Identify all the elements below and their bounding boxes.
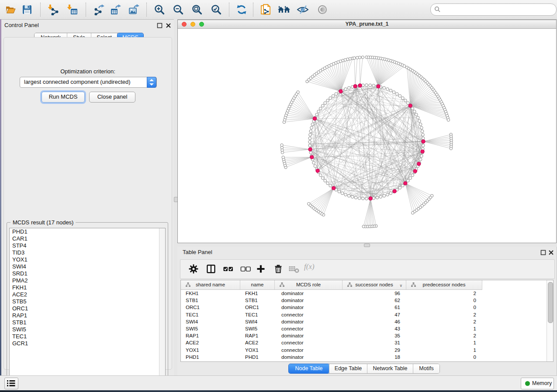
ring-node[interactable] <box>362 197 365 200</box>
ring-node[interactable] <box>309 151 312 154</box>
mcds-result-item[interactable]: FKH1 <box>10 284 165 291</box>
float-panel-icon[interactable] <box>157 22 163 28</box>
import-table-icon[interactable] <box>67 4 78 15</box>
ring-node[interactable] <box>315 113 318 116</box>
mcds-hub-node[interactable] <box>308 148 312 151</box>
mcds-result-item[interactable]: TID3 <box>10 249 165 256</box>
leaf-node[interactable] <box>412 212 414 214</box>
column-header-predecessor-nodes[interactable]: predecessor nodes <box>406 280 482 289</box>
table-settings-gear-icon[interactable] <box>188 264 199 274</box>
run-mcds-button[interactable]: Run MCDS <box>42 92 85 103</box>
show-columns-icon[interactable] <box>206 264 216 274</box>
ring-node[interactable] <box>411 174 414 177</box>
ring-node[interactable] <box>404 99 407 102</box>
leaf-node[interactable] <box>353 57 356 59</box>
ring-node[interactable] <box>369 84 372 87</box>
mcds-result-item[interactable]: GCR1 <box>10 340 165 347</box>
ring-node[interactable] <box>314 165 317 168</box>
ring-node[interactable] <box>407 102 410 105</box>
ring-node[interactable] <box>389 89 392 92</box>
ring-node[interactable] <box>409 177 412 180</box>
table-row[interactable]: RAP1RAP1dominator352 <box>181 332 548 339</box>
table-scrollbar[interactable] <box>547 280 553 361</box>
ring-node[interactable] <box>411 107 414 110</box>
close-panel-icon[interactable] <box>166 22 171 28</box>
mcds-result-item[interactable]: SWI4 <box>10 263 165 270</box>
ring-node[interactable] <box>354 196 357 199</box>
select-all-rows-icon[interactable] <box>223 264 233 274</box>
vertical-splitter[interactable] <box>174 19 177 375</box>
float-table-panel-icon[interactable] <box>540 249 546 255</box>
tab-network-table[interactable]: Network Table <box>367 364 413 373</box>
ring-node[interactable] <box>348 194 351 197</box>
mcds-hub-node[interactable] <box>353 85 357 88</box>
ring-node[interactable] <box>389 192 392 195</box>
ring-node[interactable] <box>422 133 425 136</box>
leaf-node[interactable] <box>297 91 299 93</box>
save-session-icon[interactable] <box>21 4 33 15</box>
mcds-hub-node[interactable] <box>417 162 421 165</box>
import-network-icon[interactable] <box>48 4 59 15</box>
ring-node[interactable] <box>386 88 389 91</box>
export-image-icon[interactable] <box>128 4 140 15</box>
mcds-result-item[interactable]: YOX1 <box>10 256 165 263</box>
mcds-result-item[interactable]: PHD1 <box>10 228 165 235</box>
ring-node[interactable] <box>326 182 329 185</box>
table-row[interactable]: ACE2ACE2connector311 <box>181 339 548 346</box>
ring-node[interactable] <box>413 110 416 113</box>
mcds-result-item[interactable]: RAP1 <box>10 312 165 319</box>
ring-node[interactable] <box>308 144 311 147</box>
mcds-hub-node[interactable] <box>313 117 316 120</box>
mcds-hub-node[interactable] <box>316 169 319 172</box>
search-input[interactable] <box>442 4 553 15</box>
export-table-icon[interactable] <box>110 4 121 15</box>
apply-layout-icon[interactable] <box>236 4 247 15</box>
table-row[interactable]: FKH1FKH1dominator962 <box>181 290 548 297</box>
ring-node[interactable] <box>329 184 332 187</box>
column-header-shared-name[interactable]: shared name <box>181 280 240 289</box>
table-row[interactable]: SWI4SWI4dominator462 <box>181 318 548 325</box>
ring-node[interactable] <box>329 97 332 100</box>
mcds-result-item[interactable]: ACE2 <box>10 291 165 298</box>
task-history-button[interactable] <box>4 378 18 389</box>
ring-node[interactable] <box>376 196 379 199</box>
mcds-hub-node[interactable] <box>422 140 425 143</box>
tab-motifs[interactable]: Motifs <box>413 364 439 373</box>
ring-node[interactable] <box>365 197 368 200</box>
ring-node[interactable] <box>383 86 386 89</box>
mcds-hub-node[interactable] <box>358 84 362 87</box>
horizontal-splitter[interactable] <box>177 243 557 247</box>
ring-node[interactable] <box>348 86 351 89</box>
ring-node[interactable] <box>309 130 312 133</box>
ring-node[interactable] <box>422 137 425 140</box>
deselect-all-rows-icon[interactable] <box>240 264 251 274</box>
mcds-hub-node[interactable] <box>393 189 396 193</box>
leaf-node[interactable] <box>308 203 310 205</box>
ring-node[interactable] <box>335 93 338 96</box>
node-attribute-table[interactable]: shared namenameMCDS rolesuccessor nodes∨… <box>180 280 554 362</box>
leaf-node[interactable] <box>280 144 283 146</box>
table-row[interactable]: SWI5SWI5connector431 <box>181 325 548 332</box>
ring-node[interactable] <box>319 174 322 177</box>
ring-node[interactable] <box>308 141 311 144</box>
leaf-node[interactable] <box>282 156 284 158</box>
ring-node[interactable] <box>322 177 325 180</box>
network-graph[interactable] <box>178 29 556 243</box>
leaf-node[interactable] <box>450 147 452 150</box>
table-row[interactable]: ORC1ORC1dominator610 <box>181 304 548 311</box>
ring-node[interactable] <box>351 196 354 199</box>
mcds-hub-node[interactable] <box>310 155 314 159</box>
ring-node[interactable] <box>398 186 401 189</box>
ring-node[interactable] <box>372 84 375 87</box>
ring-node[interactable] <box>419 123 422 126</box>
ring-node[interactable] <box>322 104 325 107</box>
table-row[interactable]: PHD1PHD1dominator180 <box>181 354 548 361</box>
table-row[interactable]: TEC1TEC1connector472 <box>181 311 548 318</box>
ring-node[interactable] <box>341 192 344 195</box>
leaf-node[interactable] <box>358 56 361 58</box>
mcds-hub-node[interactable] <box>339 89 343 93</box>
mcds-result-item[interactable]: STB1 <box>10 319 165 326</box>
tab-edge-table[interactable]: Edge Table <box>329 364 367 373</box>
export-network-icon[interactable] <box>93 4 105 15</box>
mcds-list-scrollbar[interactable] <box>159 228 165 381</box>
